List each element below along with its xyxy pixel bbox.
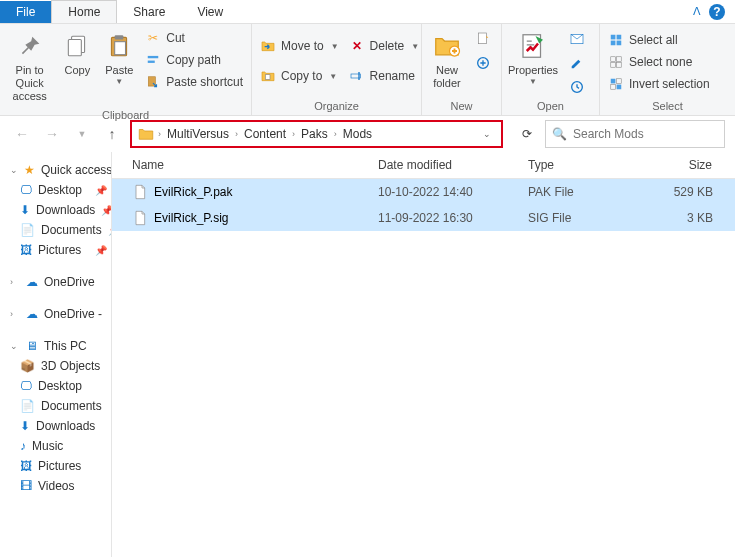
tab-file[interactable]: File	[0, 1, 51, 23]
svg-rect-1	[69, 40, 82, 56]
column-type[interactable]: Type	[520, 152, 638, 178]
select-all-button[interactable]: Select all	[604, 30, 714, 50]
copy-button[interactable]: Copy	[57, 26, 97, 81]
select-all-icon	[608, 32, 624, 48]
history-button[interactable]	[566, 76, 588, 98]
refresh-button[interactable]: ⟳	[515, 122, 539, 146]
nav-onedrive[interactable]: ›☁OneDrive	[0, 272, 111, 292]
chevron-right-icon[interactable]: ›	[290, 129, 297, 139]
nav-item-music[interactable]: ♪Music	[0, 436, 111, 456]
invert-selection-button[interactable]: Invert selection	[604, 74, 714, 94]
breadcrumb-item[interactable]: Mods	[339, 127, 376, 141]
svg-rect-22	[617, 57, 622, 62]
chevron-right-icon: ›	[10, 309, 20, 319]
new-folder-button[interactable]: New folder	[426, 26, 468, 94]
back-button[interactable]: ←	[10, 122, 34, 146]
paste-shortcut-button[interactable]: Paste shortcut	[141, 72, 247, 92]
nav-this-pc[interactable]: ⌄🖥This PC	[0, 336, 111, 356]
breadcrumb-item[interactable]: Paks	[297, 127, 332, 141]
search-input[interactable]	[573, 127, 723, 141]
svg-rect-27	[611, 85, 616, 90]
paste-shortcut-icon	[145, 74, 161, 90]
desktop-icon: 🖵	[20, 379, 32, 393]
file-name: EvilRick_P.pak	[154, 185, 232, 199]
copy-to-button[interactable]: Copy to ▼	[256, 66, 343, 86]
nav-item-downloads[interactable]: ⬇Downloads📌	[0, 200, 111, 220]
nav-item-pictures[interactable]: 🖼Pictures📌	[0, 240, 111, 260]
nav-item-desktop[interactable]: 🖵Desktop	[0, 376, 111, 396]
chevron-right-icon[interactable]: ›	[332, 129, 339, 139]
svg-rect-5	[148, 56, 159, 58]
nav-item-pictures[interactable]: 🖼Pictures	[0, 456, 111, 476]
nav-quick-access[interactable]: ⌄ ★ Quick access	[0, 160, 111, 180]
help-icon[interactable]: ?	[709, 4, 725, 20]
downloads-icon: ⬇	[20, 419, 30, 433]
chevron-right-icon[interactable]: ›	[233, 129, 240, 139]
pin-icon: 📌	[95, 185, 107, 196]
pin-icon	[14, 30, 46, 62]
tab-home[interactable]: Home	[51, 0, 117, 23]
file-row[interactable]: EvilRick_P.pak10-10-2022 14:40PAK File52…	[112, 179, 735, 205]
column-date[interactable]: Date modified	[370, 152, 520, 178]
minimize-ribbon-icon[interactable]: ᐱ	[693, 5, 701, 18]
edit-button[interactable]	[566, 52, 588, 74]
rename-button[interactable]: Rename	[345, 66, 424, 86]
column-name[interactable]: Name	[112, 152, 370, 178]
nav-onedrive-personal[interactable]: ›☁OneDrive -	[0, 304, 111, 324]
open-button[interactable]	[566, 28, 588, 50]
svg-rect-8	[265, 75, 270, 80]
column-headers[interactable]: Name Date modified Type Size	[112, 152, 735, 179]
properties-label: Properties	[508, 64, 558, 77]
tab-share[interactable]: Share	[117, 1, 181, 23]
new-item-button[interactable]	[472, 28, 494, 50]
delete-icon: ✕	[349, 38, 365, 54]
pictures-icon: 🖼	[20, 243, 32, 257]
documents-icon: 📄	[20, 399, 35, 413]
this-pc-icon: 🖥	[26, 339, 38, 353]
address-dropdown-button[interactable]: ⌄	[477, 129, 497, 139]
chevron-down-icon: ▼	[115, 77, 123, 86]
nav-item-downloads[interactable]: ⬇Downloads	[0, 416, 111, 436]
chevron-right-icon: ›	[10, 277, 20, 287]
properties-button[interactable]: Properties ▼	[506, 26, 560, 90]
file-icon	[132, 210, 148, 226]
svg-rect-18	[617, 35, 622, 40]
svg-rect-21	[611, 57, 616, 62]
nav-item-documents[interactable]: 📄Documents📌	[0, 220, 111, 240]
nav-item-desktop[interactable]: 🖵Desktop📌	[0, 180, 111, 200]
pin-to-quick-access-button[interactable]: Pin to Quick access	[4, 26, 55, 107]
navigation-pane[interactable]: ⌄ ★ Quick access 🖵Desktop📌 ⬇Downloads📌 📄…	[0, 152, 112, 557]
svg-rect-19	[611, 41, 616, 46]
nav-item-documents[interactable]: 📄Documents	[0, 396, 111, 416]
downloads-icon: ⬇	[20, 203, 30, 217]
chevron-down-icon: ⌄	[10, 341, 20, 351]
select-all-label: Select all	[629, 33, 678, 47]
breadcrumb-item[interactable]: Content	[240, 127, 290, 141]
nav-item-3d-objects[interactable]: 📦3D Objects	[0, 356, 111, 376]
up-button[interactable]: ↑	[100, 122, 124, 146]
file-name: EvilRick_P.sig	[154, 211, 228, 225]
chevron-right-icon[interactable]: ›	[156, 129, 163, 139]
file-list[interactable]: EvilRick_P.pak10-10-2022 14:40PAK File52…	[112, 179, 735, 231]
column-size[interactable]: Size	[638, 152, 735, 178]
file-row[interactable]: EvilRick_P.sig11-09-2022 16:30SIG File3 …	[112, 205, 735, 231]
file-type: PAK File	[520, 182, 638, 202]
select-none-button[interactable]: Select none	[604, 52, 714, 72]
address-bar[interactable]: › MultiVersus › Content › Paks › Mods ⌄	[130, 120, 503, 148]
nav-item-videos[interactable]: 🎞Videos	[0, 476, 111, 496]
delete-button[interactable]: ✕ Delete ▼	[345, 36, 424, 56]
svg-rect-28	[617, 85, 622, 90]
forward-button[interactable]: →	[40, 122, 64, 146]
copy-path-button[interactable]: Copy path	[141, 50, 247, 70]
move-to-button[interactable]: Move to ▼	[256, 36, 343, 56]
search-box[interactable]: 🔍	[545, 120, 725, 148]
pictures-icon: 🖼	[20, 459, 32, 473]
paste-button[interactable]: Paste ▼	[99, 26, 139, 90]
recent-locations-button[interactable]: ▼	[70, 122, 94, 146]
cut-label: Cut	[166, 31, 185, 45]
easy-access-button[interactable]	[472, 52, 494, 74]
cut-button[interactable]: ✂ Cut	[141, 28, 247, 48]
tab-view[interactable]: View	[181, 1, 239, 23]
move-to-label: Move to	[281, 39, 324, 53]
breadcrumb-item[interactable]: MultiVersus	[163, 127, 233, 141]
